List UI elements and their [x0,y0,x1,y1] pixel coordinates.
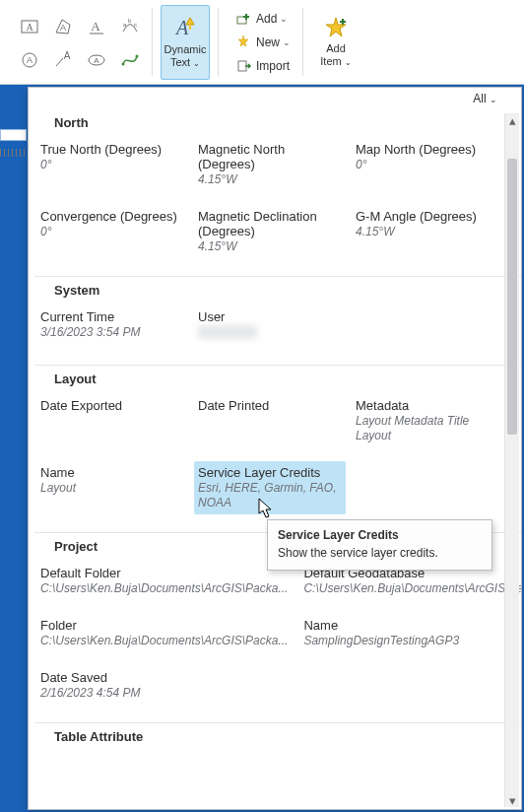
svg-marker-22 [238,35,248,46]
panel-scrollbar[interactable]: ▴ ▾ [504,113,519,807]
item-true-north[interactable]: True North (Degrees) 0° [36,138,188,191]
tooltip-body: Show the service layer credits. [278,546,482,560]
svg-rect-19 [237,17,246,24]
item-user[interactable]: User [194,305,346,347]
item-service-layer-credits[interactable]: Service Layer Credits Esri, HERE, Garmin… [194,461,346,514]
text-curved-button[interactable]: abc [114,11,146,42]
import-command[interactable]: Import [230,55,295,77]
svg-text:A: A [27,55,33,65]
section-north-heading: North [34,113,521,134]
dynamic-text-dropdown-panel: All ⌄ North True North (Degrees) 0° Magn… [28,87,522,810]
section-table-attribute-heading: Table Attribute [34,722,521,748]
filter-all-button[interactable]: All ⌄ [473,92,497,113]
svg-text:A: A [174,17,189,38]
item-metadata[interactable]: Metadata Layout Metadata Title Layout [352,394,503,447]
add-item-button[interactable]: Add Item ⌄ [311,5,360,80]
svg-point-14 [122,62,125,65]
add-item-label: Add Item [320,42,346,67]
text-spline-button[interactable] [114,44,146,76]
scroll-down-icon[interactable]: ▾ [505,793,519,807]
ruler [0,146,30,160]
tooltip-title: Service Layer Credits [278,528,482,542]
star-plus-icon [324,16,348,39]
text-circle-button[interactable]: A [14,44,45,76]
add-command[interactable]: Add⌄ [230,8,295,30]
svg-text:A: A [64,50,71,61]
item-project-folder[interactable]: Folder C:\Users\Ken.Buja\Documents\ArcGI… [36,614,294,652]
svg-text:c: c [134,22,137,28]
svg-point-15 [136,54,139,57]
svg-rect-23 [238,61,246,71]
svg-text:A: A [94,56,99,65]
scroll-up-icon[interactable]: ▴ [505,113,519,127]
item-current-time[interactable]: Current Time 3/16/2023 3:54 PM [36,305,188,347]
user-value-redacted [198,325,257,339]
item-date-saved[interactable]: Date Saved 2/16/2023 4:54 PM [36,666,294,705]
tooltip-service-layer-credits: Service Layer Credits Show the service l… [267,519,492,571]
svg-text:b: b [128,18,132,24]
import-icon [234,58,252,74]
dynamic-text-icon: A [172,15,198,40]
ribbon: A A A abc A A A [0,0,524,85]
item-date-printed[interactable]: Date Printed [194,394,346,447]
add-item-group: Add Item ⌄ [307,2,364,82]
dynamic-text-group: A Dynamic Text ⌄ [157,2,214,82]
text-tools-group: A A A abc A A A [10,2,148,82]
section-layout-heading: Layout [34,365,521,390]
svg-text:A: A [60,23,66,33]
item-default-folder[interactable]: Default Folder C:\Users\Ken.Buja\Documen… [36,562,294,600]
item-magnetic-north[interactable]: Magnetic North (Degrees) 4.15°W [194,138,346,191]
item-date-exported[interactable]: Date Exported [36,394,188,447]
text-horizontal-button[interactable]: A [14,11,45,42]
section-system-heading: System [34,276,521,302]
item-convergence[interactable]: Convergence (Degrees) 0° [36,205,188,258]
import-label: Import [256,59,290,73]
add-label: Add [256,12,277,26]
item-layout-name[interactable]: Name Layout [36,461,188,514]
text-leader-button[interactable]: A [47,44,79,76]
svg-text:A: A [26,22,33,33]
page-edge [0,129,27,141]
item-project-name[interactable]: Name SamplingDesignTestingAGP3 [299,614,521,652]
item-magnetic-declination[interactable]: Magnetic Declination (Degrees) 4.15°W [194,205,346,258]
item-map-north[interactable]: Map North (Degrees) 0° [352,138,503,191]
text-straight-button[interactable]: A [81,11,112,42]
text-ellipse-button[interactable]: A [81,44,112,76]
svg-text:A: A [91,19,100,34]
item-gm-angle[interactable]: G-M Angle (Degrees) 4.15°W [352,205,503,258]
new-label: New [256,35,280,49]
add-icon [234,11,252,27]
new-command[interactable]: New⌄ [230,32,295,53]
text-polygon-button[interactable]: A [47,11,79,42]
new-icon [234,34,252,50]
insert-group: Add⌄ New⌄ Import [223,2,298,82]
scroll-thumb[interactable] [507,159,517,435]
dynamic-text-button[interactable]: A Dynamic Text ⌄ [161,5,210,80]
